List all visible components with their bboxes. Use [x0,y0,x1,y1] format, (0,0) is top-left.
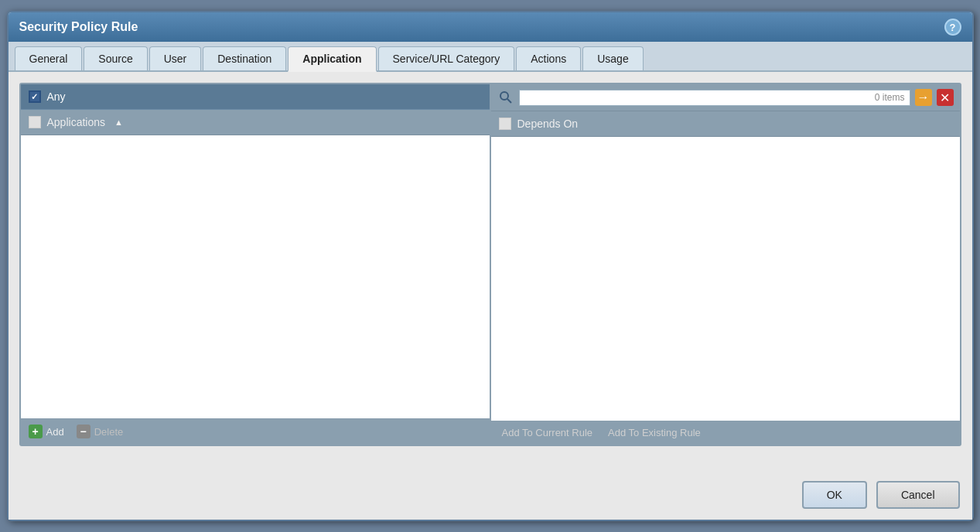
tab-source[interactable]: Source [84,46,147,70]
tab-usage[interactable]: Usage [582,46,643,70]
tab-application[interactable]: Application [288,46,376,72]
applications-header: Applications ▲ [21,110,490,135]
navigate-button[interactable]: → [915,89,932,106]
clear-button[interactable]: ✕ [937,89,954,106]
delete-icon: − [77,425,90,438]
svg-point-0 [500,92,508,100]
any-label: Any [47,90,66,103]
applications-label: Applications [47,116,106,128]
depends-on-header: Depends On [491,111,960,137]
any-checkbox[interactable] [29,90,41,103]
add-to-current-rule-button[interactable]: Add To Current Rule [502,427,593,438]
panels-container: Any Applications ▲ + Add − [19,83,961,446]
items-count: 0 items [875,92,905,103]
tab-actions[interactable]: Actions [516,46,581,70]
sort-arrow-icon[interactable]: ▲ [114,118,123,127]
search-input[interactable] [524,92,875,104]
left-panel: Any Applications ▲ + Add − [21,84,491,445]
delete-label: Delete [94,426,124,438]
right-panel: 0 items → ✕ Depends On Add To Current Ru… [491,84,960,445]
left-footer: + Add − Delete [21,418,490,445]
tab-destination[interactable]: Destination [203,46,286,70]
security-policy-rule-dialog: Security Policy Rule ? General Source Us… [7,11,974,521]
applications-checkbox[interactable] [29,116,41,128]
search-icon [497,89,514,106]
search-row: 0 items → ✕ [491,84,960,111]
tabs-container: General Source User Destination Applicat… [9,42,972,72]
dialog-footer: OK Cancel [9,470,972,520]
add-button[interactable]: + Add [29,425,64,438]
right-footer: Add To Current Rule Add To Existing Rule [491,421,960,445]
add-icon: + [29,425,43,438]
title-bar: Security Policy Rule ? [9,12,972,42]
any-row[interactable]: Any [21,84,490,110]
depends-on-label: Depends On [517,118,579,130]
tab-user[interactable]: User [149,46,202,70]
left-list-body [21,135,490,418]
add-label: Add [46,426,64,438]
add-to-existing-rule-button[interactable]: Add To Existing Rule [608,427,701,438]
help-icon[interactable]: ? [944,19,961,36]
tab-service-url[interactable]: Service/URL Category [378,46,515,70]
ok-button[interactable]: OK [802,481,867,509]
svg-line-1 [507,99,511,103]
main-content: Any Applications ▲ + Add − [9,72,972,470]
dialog-title: Security Policy Rule [19,20,138,34]
depends-on-checkbox[interactable] [499,118,511,130]
tab-general[interactable]: General [15,46,83,70]
right-list-body [491,137,960,421]
cancel-button[interactable]: Cancel [876,481,960,509]
search-input-wrap: 0 items [519,90,910,106]
delete-button[interactable]: − Delete [77,425,124,438]
